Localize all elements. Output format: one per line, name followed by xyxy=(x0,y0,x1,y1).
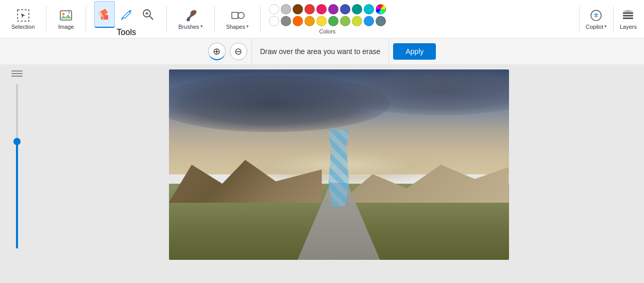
left-panel xyxy=(0,64,33,283)
svg-rect-18 xyxy=(623,15,633,16)
person-figure xyxy=(318,129,360,206)
color-swatch-gray[interactable] xyxy=(281,16,291,26)
copilot-label: Copilot xyxy=(586,24,603,30)
zoom-out-icon: ⊖ xyxy=(234,46,242,57)
sep1 xyxy=(46,6,46,32)
canvas-area[interactable] xyxy=(33,64,644,283)
tools-label: Tools xyxy=(117,28,136,37)
brushes-label: Brushes xyxy=(178,24,199,30)
selection-overlay xyxy=(318,129,360,206)
svg-point-15 xyxy=(238,12,244,19)
colors-label: Colors xyxy=(319,28,336,34)
pen-button[interactable] xyxy=(116,1,137,28)
svg-rect-14 xyxy=(232,12,238,19)
slider-icon xyxy=(11,69,23,80)
color-swatch-lime[interactable] xyxy=(352,16,362,26)
image-container xyxy=(169,69,509,260)
image-button[interactable]: Image xyxy=(55,6,77,32)
color-swatch-red[interactable] xyxy=(304,4,315,14)
main-toolbar: Selection Image xyxy=(0,0,644,39)
selection-label: Selection xyxy=(11,24,35,30)
selection-button[interactable]: Selection xyxy=(8,6,38,32)
sep6 xyxy=(579,6,580,32)
color-swatch-purple[interactable] xyxy=(328,4,338,14)
color-swatch-pink[interactable] xyxy=(316,4,327,14)
sep5 xyxy=(260,6,261,32)
scene-background xyxy=(169,69,509,260)
selection-group: Selection xyxy=(4,0,42,38)
svg-point-13 xyxy=(187,19,190,21)
sep4 xyxy=(214,6,215,32)
shapes-group: Shapes ▾ xyxy=(219,0,256,38)
color-swatch-amber[interactable] xyxy=(304,16,315,26)
layers-button[interactable]: Layers xyxy=(617,6,640,32)
image-group: Image xyxy=(50,0,81,38)
color-swatch-white[interactable] xyxy=(269,4,279,14)
color-swatch-green[interactable] xyxy=(328,16,338,26)
zoom-in-icon: ⊕ xyxy=(213,46,221,57)
svg-line-10 xyxy=(149,16,153,20)
sep7 xyxy=(613,6,614,32)
svg-rect-19 xyxy=(623,17,633,19)
shapes-button[interactable]: Shapes ▾ xyxy=(223,6,252,32)
svg-point-2 xyxy=(62,13,65,15)
colors-section: Colors xyxy=(265,2,390,37)
color-swatch-yellow[interactable] xyxy=(316,16,327,26)
erase-hint-text: Draw over the area you want to erase xyxy=(251,39,389,64)
eraser-button[interactable] xyxy=(94,1,115,28)
color-swatch-indigo[interactable] xyxy=(340,4,350,14)
zoom-in-button[interactable]: ⊕ xyxy=(208,43,226,60)
slider-fill xyxy=(16,142,18,249)
tools-group: Tools xyxy=(90,0,162,38)
copilot-button[interactable]: Copilot ▾ xyxy=(583,6,610,32)
zoom-button[interactable] xyxy=(138,1,158,28)
image-label: Image xyxy=(58,24,74,30)
color-picker-swatch[interactable] xyxy=(376,4,386,14)
color-swatch-ltgreen[interactable] xyxy=(340,16,350,26)
colors-grid xyxy=(269,4,386,26)
color-swatch-teal[interactable] xyxy=(352,4,362,14)
color-swatch-blgray[interactable] xyxy=(376,16,386,26)
svg-rect-1 xyxy=(60,11,72,20)
slider-track[interactable] xyxy=(16,84,18,249)
secondary-toolbar: ⊕ ⊖ Draw over the area you want to erase… xyxy=(0,39,644,64)
color-swatch-outline[interactable] xyxy=(269,16,279,26)
apply-button[interactable]: Apply xyxy=(393,43,436,60)
sep2 xyxy=(86,6,86,32)
brushes-group: Brushes ▾ xyxy=(171,0,210,38)
main-content xyxy=(0,64,644,283)
right-group: Copilot ▾ Layers xyxy=(577,6,640,32)
shapes-label: Shapes xyxy=(226,24,245,30)
brushes-button[interactable]: Brushes ▾ xyxy=(175,6,206,32)
slider-thumb[interactable] xyxy=(13,138,21,145)
color-swatch-ltgray[interactable] xyxy=(281,4,291,14)
color-swatch-blue[interactable] xyxy=(364,16,374,26)
zoom-out-button[interactable]: ⊖ xyxy=(230,43,247,60)
color-swatch-orange[interactable] xyxy=(293,16,303,26)
layers-label: Layers xyxy=(620,24,637,30)
color-swatch-brown[interactable] xyxy=(293,4,303,14)
color-swatch-cyan[interactable] xyxy=(364,4,374,14)
sep3 xyxy=(166,6,167,32)
